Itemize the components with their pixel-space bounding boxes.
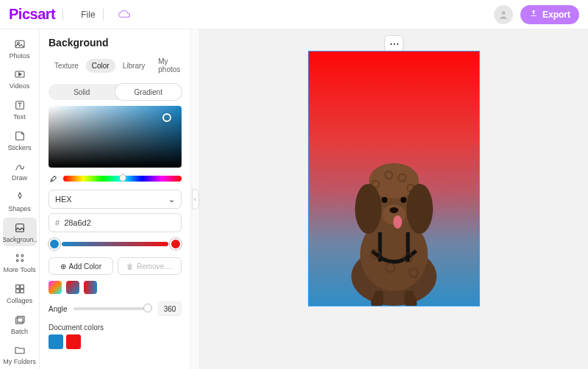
svg-point-6 [16,255,18,257]
chevron-down-icon: ⌄ [168,195,175,204]
color-picker-handle[interactable] [162,113,171,122]
left-rail: Photos Videos Text Stickers Draw Shapes … [0,29,40,369]
tab-texture[interactable]: Texture [49,59,85,73]
remove-color-button: 🗑 Remove ... [118,257,182,275]
gradient-stop-2[interactable] [170,238,182,250]
svg-rect-12 [15,290,19,293]
angle-slider[interactable] [74,307,152,310]
svg-point-9 [21,259,24,262]
doc-color-1[interactable] [49,334,63,349]
gradient-preset-3[interactable] [84,281,97,294]
hue-slider[interactable] [63,176,182,182]
svg-rect-5 [15,223,24,232]
angle-value[interactable]: 360 [158,301,182,316]
svg-rect-11 [20,285,24,289]
rail-photos[interactable]: Photos [3,34,37,63]
trash-icon: 🗑 [126,262,134,271]
gradient-preset-2[interactable] [66,281,79,294]
rail-more-tools[interactable]: More Tools [3,248,37,277]
rail-videos[interactable]: Videos [3,65,37,94]
canvas-more-button[interactable]: ⋯ [384,35,404,51]
app-logo: Picsart [9,6,55,23]
rail-text[interactable]: Text [3,95,37,124]
svg-point-20 [355,184,381,234]
upload-icon [529,9,538,20]
hex-input-row: # [49,213,182,232]
canvas-area[interactable]: ⋯ [200,29,588,369]
svg-point-26 [401,197,406,203]
angle-label: Angle [49,305,68,313]
videos-icon [13,68,26,81]
document-colors-label: Document colors [49,323,182,332]
svg-rect-10 [15,285,19,289]
panel-collapse-toggle[interactable]: ‹ [191,29,200,369]
svg-point-7 [21,255,24,257]
rail-batch[interactable]: Batch [3,309,37,339]
rail-background[interactable]: Backgroun.. [3,218,37,247]
subject-image[interactable] [331,144,456,306]
divider [103,9,104,21]
shapes-icon [13,190,26,204]
artboard[interactable] [309,51,479,306]
gradient-bar[interactable] [62,242,168,246]
folder-icon [13,343,26,357]
toggle-solid[interactable]: Solid [49,84,115,100]
add-color-button[interactable]: ⊕ Add Color [49,257,113,275]
top-bar: Picsart File Export [0,0,588,29]
more-tools-icon [13,251,26,265]
plus-icon: ⊕ [60,262,66,271]
cloud-sync-icon[interactable] [118,10,130,19]
stickers-icon [13,129,26,143]
svg-rect-15 [17,316,24,322]
collages-icon [13,282,26,295]
chevron-left-icon: ‹ [192,189,199,209]
rail-stickers[interactable]: Stickers [3,126,37,155]
draw-icon [13,160,26,173]
batch-icon [13,313,26,326]
gradient-preset-1[interactable] [49,281,62,294]
file-menu[interactable]: File [81,10,95,20]
color-format-select[interactable]: HEX ⌄ [49,190,182,209]
export-label: Export [542,10,570,20]
angle-slider-handle[interactable] [143,304,152,312]
user-avatar[interactable] [494,5,513,24]
text-icon [13,98,26,112]
svg-rect-14 [15,318,22,323]
hue-slider-handle[interactable] [119,174,126,182]
panel-tabs: Texture Color Library My photos [49,54,182,76]
svg-point-25 [381,197,387,203]
tab-my-photos[interactable]: My photos [152,54,186,76]
background-panel: Background Texture Color Library My phot… [40,29,191,369]
hex-input[interactable] [64,218,175,227]
fill-type-toggle[interactable]: Solid Gradient [49,84,182,100]
eyedropper-icon[interactable] [49,173,59,184]
tab-library[interactable]: Library [117,59,151,73]
rail-draw[interactable]: Draw [3,157,37,186]
hash-label: # [55,218,60,227]
doc-color-2[interactable] [66,334,81,349]
tab-color[interactable]: Color [86,59,115,73]
rail-shapes[interactable]: Shapes [3,187,37,216]
export-button[interactable]: Export [520,5,579,24]
color-picker-area[interactable] [49,106,182,168]
rail-collages[interactable]: Collages [3,279,37,308]
gradient-stop-1[interactable] [49,238,60,250]
document-colors [49,334,182,349]
svg-point-0 [502,11,506,15]
svg-point-23 [390,207,398,213]
svg-point-24 [393,215,402,229]
gradient-stop-track[interactable] [49,238,182,250]
panel-title: Background [49,37,182,49]
background-icon [13,221,26,234]
toggle-gradient[interactable]: Gradient [115,84,182,100]
svg-rect-13 [20,290,24,293]
photos-icon [13,37,26,51]
divider [62,9,63,21]
gradient-presets [49,281,182,294]
svg-point-8 [16,259,18,262]
rail-my-folders[interactable]: My Folders [3,340,37,369]
